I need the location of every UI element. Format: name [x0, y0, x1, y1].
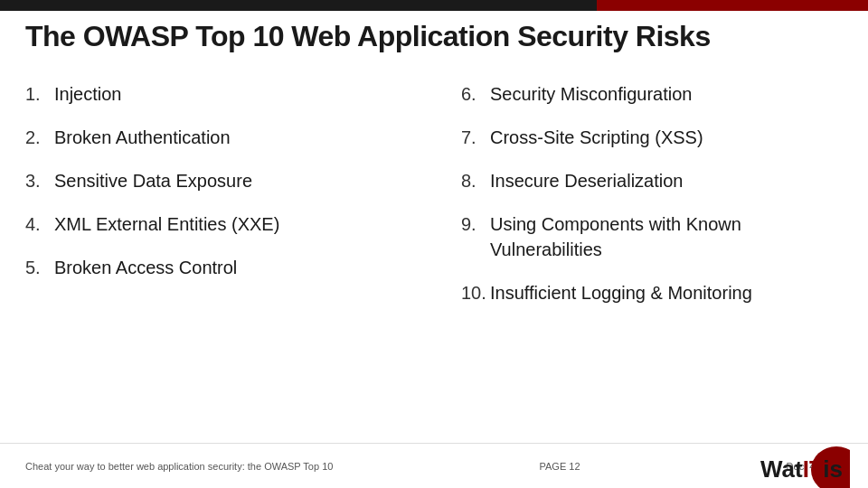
left-list-item: 4. XML External Entities (XXE)	[25, 202, 407, 246]
right-list-item: 7. Cross-Site Scripting (XSS)	[461, 116, 843, 159]
right-column: 6. Security Misconfiguration 7. Cross-Si…	[461, 72, 843, 314]
list-text: Injection	[54, 81, 122, 107]
left-list-item: 3. Sensitive Data Exposure	[25, 159, 407, 202]
footer-left-text: Cheat your way to better web application…	[25, 461, 333, 472]
list-num: 4.	[25, 211, 54, 237]
left-list-item: 2. Broken Authentication	[25, 116, 407, 159]
right-list-item: 10. Insufficient Logging & Monitoring	[461, 271, 843, 314]
list-num: 10.	[461, 280, 490, 305]
list-num: 6.	[461, 81, 490, 107]
list-text: Broken Access Control	[54, 255, 237, 280]
left-column: 1. Injection 2. Broken Authentication 3.…	[25, 72, 407, 314]
list-num: 8.	[461, 168, 490, 193]
list-text: Using Components with Known Vulnerabilit…	[490, 211, 843, 262]
footer-page-number: PAGE 12	[539, 461, 580, 472]
top-bar-accent	[597, 0, 868, 11]
logo-it: IT	[803, 455, 824, 483]
footer: Cheat your way to better web application…	[0, 443, 868, 488]
logo-wrapper: WatITis	[760, 457, 843, 481]
right-list-item: 8. Insecure Deserialization	[461, 159, 843, 202]
list-num: 9.	[461, 211, 490, 237]
list-num: 7.	[461, 125, 490, 150]
left-list-item: 1. Injection	[25, 72, 407, 116]
list-text: Security Misconfiguration	[490, 81, 692, 107]
list-num: 2.	[25, 125, 54, 150]
list-num: 1.	[25, 81, 54, 107]
logo-text: WatITis	[760, 457, 843, 481]
logo-wat: Wat	[760, 455, 803, 483]
list-num: 5.	[25, 255, 54, 280]
list-text: Broken Authentication	[54, 125, 231, 150]
list-text: Insecure Deserialization	[490, 168, 683, 193]
list-text: Cross-Site Scripting (XSS)	[490, 125, 703, 150]
right-list-item: 6. Security Misconfiguration	[461, 72, 843, 116]
list-num: 3.	[25, 168, 54, 193]
right-list-item: 9. Using Components with Known Vulnerabi…	[461, 202, 843, 271]
left-list-item: 5. Broken Access Control	[25, 246, 407, 289]
page-title: The OWASP Top 10 Web Application Securit…	[25, 20, 711, 53]
main-content: 1. Injection 2. Broken Authentication 3.…	[0, 72, 868, 314]
logo-area: WatITis	[760, 457, 843, 481]
list-text: XML External Entities (XXE)	[54, 211, 279, 237]
list-text: Insufficient Logging & Monitoring	[490, 280, 752, 305]
top-bar	[0, 0, 868, 11]
list-text: Sensitive Data Exposure	[54, 168, 252, 193]
logo-is: is	[823, 455, 843, 483]
